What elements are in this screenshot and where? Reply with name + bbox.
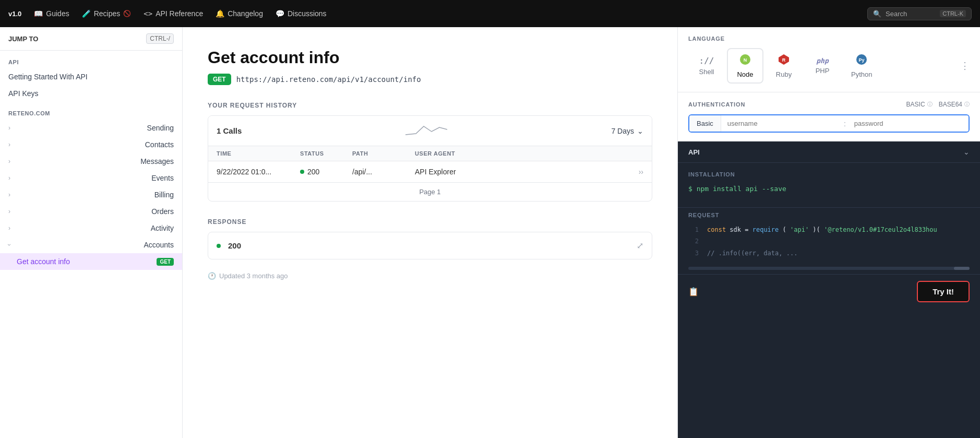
endpoint-row: GET https://api.reteno.com/api/v1/accoun…: [208, 74, 652, 85]
svg-text:Py: Py: [859, 57, 865, 63]
discussions-icon: 💬: [276, 9, 284, 18]
installation-label: INSTALLATION: [688, 171, 970, 177]
password-input[interactable]: [848, 115, 969, 132]
tab-python[interactable]: Py Python: [843, 49, 880, 82]
auth-base64-toggle[interactable]: BASE64 ⓘ: [939, 101, 970, 108]
chevron-icon: ›: [8, 224, 10, 232]
expand-icon[interactable]: ⤢: [637, 241, 643, 251]
code-line-3: 3 // .info((err, data, ...: [688, 248, 970, 258]
page-title: Get account info: [208, 48, 652, 67]
top-nav: v1.0 📖 Guides 🧪 Recipes 🚫 <> API Referen…: [0, 0, 980, 27]
sidebar-item-sending[interactable]: › Sending: [0, 120, 182, 136]
jump-to-section[interactable]: JUMP TO CTRL-/: [0, 27, 182, 51]
sidebar-item-contacts[interactable]: › Contacts: [0, 136, 182, 153]
shell-icon: ://: [699, 56, 714, 66]
search-bar[interactable]: 🔍 Search CTRL-K: [867, 7, 972, 20]
username-input[interactable]: [721, 115, 842, 132]
history-table: TIME STATUS PATH USER AGENT 9/22/2022 01…: [208, 146, 652, 201]
auth-section: AUTHENTICATION BASIC ⓘ BASE64 ⓘ Basic :: [678, 92, 980, 141]
days-selector[interactable]: 7 Days ⌄: [611, 127, 643, 135]
tab-ruby[interactable]: R Ruby: [766, 49, 802, 82]
auth-basic-toggle[interactable]: BASIC ⓘ: [906, 101, 933, 108]
chevron-icon: ›: [8, 174, 10, 182]
sidebar-item-accounts[interactable]: › Accounts: [0, 236, 182, 253]
guides-icon: 📖: [34, 9, 43, 18]
recipes-icon: 🧪: [82, 9, 91, 18]
ruby-icon: R: [778, 53, 790, 68]
sidebar-item-events[interactable]: › Events: [0, 170, 182, 186]
language-tabs: :// Shell N Node: [688, 48, 970, 84]
row-arrow-icon[interactable]: ››: [623, 168, 643, 176]
auth-header: AUTHENTICATION BASIC ⓘ BASE64 ⓘ: [688, 101, 970, 108]
tab-php[interactable]: php PHP: [804, 53, 841, 79]
install-command: $ npm install api --save: [688, 184, 970, 195]
code-line-1: 1 const sdk = require ( 'api' )( '@reten…: [688, 224, 970, 235]
request-history-label: YOUR REQUEST HISTORY: [208, 102, 652, 109]
recipes-blocked-icon: 🚫: [123, 10, 131, 17]
chevron-icon: ›: [8, 191, 10, 198]
content-area: Get account info GET https://api.reteno.…: [183, 27, 677, 438]
sidebar-item-messages[interactable]: › Messages: [0, 153, 182, 170]
chevron-icon: ›: [8, 141, 10, 148]
status-cell: 200: [300, 168, 352, 176]
reteno-section-label: RETENO.COM: [0, 102, 182, 120]
changelog-icon: 🔔: [216, 9, 224, 18]
svg-text:N: N: [744, 57, 747, 63]
nav-discussions[interactable]: 💬 Discussions: [276, 9, 327, 18]
endpoint-url: https://api.reteno.com/api/v1/account/in…: [236, 75, 421, 84]
more-languages-icon[interactable]: ⋮: [960, 60, 970, 72]
basic-info-icon: ⓘ: [927, 101, 933, 108]
method-badge: GET: [208, 74, 231, 85]
code-panel: API ⌄ INSTALLATION $ npm install api --s…: [678, 141, 980, 438]
tab-shell[interactable]: :// Shell: [688, 52, 725, 80]
calls-count: 1 Calls: [217, 126, 242, 135]
chevron-icon: ›: [8, 158, 10, 165]
code-scrollbar[interactable]: [688, 267, 970, 270]
table-row[interactable]: 9/22/2022 01:0... 200 /api/... API Explo…: [208, 161, 652, 183]
base64-info-icon: ⓘ: [964, 101, 970, 108]
api-reference-icon: <>: [144, 9, 152, 18]
right-panel: LANGUAGE :// Shell N Node: [677, 27, 980, 438]
separator: :: [842, 120, 848, 128]
auth-input-row: Basic :: [688, 114, 970, 133]
sidebar-item-api-keys[interactable]: API Keys: [0, 85, 182, 102]
language-label: LANGUAGE: [688, 35, 970, 42]
auth-label: AUTHENTICATION: [688, 101, 745, 108]
nav-recipes[interactable]: 🧪 Recipes 🚫: [82, 9, 132, 18]
response-status-dot: [217, 244, 221, 248]
get-badge: GET: [157, 258, 174, 266]
request-label: REQUEST: [688, 212, 970, 218]
code-footer: 📋 Try It!: [678, 274, 980, 309]
sidebar-item-activity[interactable]: › Activity: [0, 220, 182, 236]
nav-guides[interactable]: 📖 Guides: [34, 9, 69, 18]
chevron-icon: ›: [8, 208, 10, 215]
php-icon: php: [816, 57, 828, 65]
auth-type-badge: Basic: [689, 115, 721, 132]
nav-changelog[interactable]: 🔔 Changelog: [216, 9, 263, 18]
npm-command: npm install api --save: [697, 185, 786, 193]
sidebar-item-orders[interactable]: › Orders: [0, 203, 182, 220]
try-it-button[interactable]: Try It!: [917, 281, 970, 302]
code-panel-chevron-icon[interactable]: ⌄: [963, 148, 970, 156]
sidebar-item-get-account-info[interactable]: Get account info GET: [0, 253, 182, 270]
request-section: REQUEST 1 const sdk = require ( 'api' )(…: [678, 212, 980, 267]
node-icon: N: [739, 53, 751, 68]
copy-icon[interactable]: 📋: [688, 287, 699, 297]
sidebar-item-billing[interactable]: › Billing: [0, 186, 182, 203]
main-layout: JUMP TO CTRL-/ API Getting Started With …: [0, 27, 980, 438]
response-status: 200: [217, 241, 241, 250]
code-line-2: 2: [688, 236, 970, 246]
clock-icon: 🕐: [208, 272, 216, 280]
sparkline-svg: [405, 122, 447, 137]
jump-to-label: JUMP TO: [8, 35, 38, 43]
days-chevron-icon: ⌄: [637, 127, 643, 135]
page-label: Page 1: [208, 183, 652, 201]
chevron-down-icon: ›: [6, 244, 13, 246]
updated-text: 🕐 Updated 3 months ago: [208, 272, 652, 280]
tab-node[interactable]: N Node: [727, 48, 763, 84]
status-dot-icon: [300, 170, 304, 174]
prompt-icon: $: [688, 185, 697, 193]
sidebar-item-getting-started[interactable]: Getting Started With API: [0, 68, 182, 85]
nav-api-reference[interactable]: <> API Reference: [144, 9, 203, 18]
installation-section: INSTALLATION $ npm install api --save: [678, 163, 980, 203]
